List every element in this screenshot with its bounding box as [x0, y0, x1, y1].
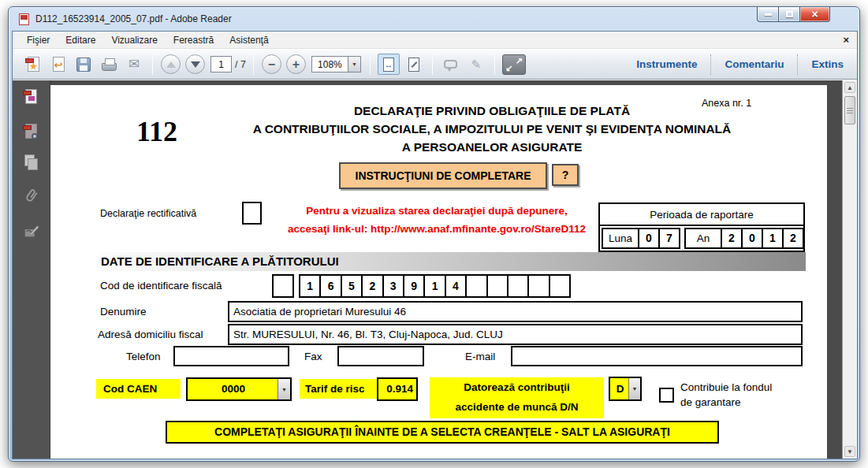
expand-ne-icon: ↗ [516, 56, 523, 66]
month-digit-cell[interactable]: 7 [658, 229, 679, 247]
month-label: Luna [603, 229, 638, 247]
toolbar-separator [370, 54, 371, 75]
zoom-level-select[interactable]: 108% ▼ [311, 56, 361, 72]
menu-bar: Fişier Editare Vizualizare Fereastră Asi… [13, 32, 857, 49]
window-body: Fişier Editare Vizualizare Fereastră Asi… [12, 31, 858, 459]
maximize-button[interactable] [779, 7, 800, 22]
cif-digit-cell[interactable]: 1 [423, 276, 444, 296]
year-digit-cell[interactable]: 0 [741, 229, 762, 247]
datoreaza-value: D [610, 378, 630, 399]
scroll-down-button[interactable]: ▼ [844, 446, 855, 457]
document-background: Anexa nr. 1 112 DECLARAŢIE PRIVIND OBLIG… [50, 80, 857, 459]
vertical-scrollbar[interactable]: ▲ ▼ [842, 80, 857, 459]
instructions-button[interactable]: INSTRUCŢIUNI DE COMPLETARE [339, 162, 547, 189]
search-document-button[interactable] [23, 123, 40, 140]
datoreaza-select[interactable]: D ▼ [609, 377, 642, 401]
cif-digit-cell[interactable]: 6 [319, 276, 340, 296]
menubar-close-icon[interactable]: × [843, 32, 849, 49]
adresa-field[interactable]: Str. MURESULUI, Nr. 46, Bl. T3, Cluj-Nap… [228, 324, 803, 345]
cif-digit-cell[interactable]: 4 [445, 276, 465, 296]
toolbar-separator [432, 54, 433, 75]
chevron-down-icon[interactable]: ▼ [278, 379, 290, 399]
comment-panel-button[interactable]: Comentariu [711, 58, 797, 70]
cif-digit-cell[interactable] [486, 276, 507, 296]
cif-digit-cell[interactable] [465, 276, 486, 296]
cif-digit-cell[interactable]: 9 [403, 276, 423, 296]
caen-select[interactable]: 0000 ▼ [186, 377, 292, 401]
form-title-line2: A CONTRIBUŢIILOR SOCIALE, A IMPOZITULUI … [184, 120, 799, 138]
email-field[interactable] [511, 346, 803, 366]
tarif-field[interactable]: 0.914 [377, 377, 418, 401]
telefon-field[interactable] [173, 346, 289, 366]
fax-field[interactable] [337, 346, 424, 366]
form-title-line3: A PERSOANELOR ASIGURATE [184, 138, 799, 156]
extended-panel-button[interactable]: Extins [798, 58, 857, 70]
maximize-icon [786, 11, 793, 17]
year-digit-cell[interactable]: 2 [782, 229, 803, 247]
email-button[interactable]: ✉ [123, 54, 145, 76]
open-file-button[interactable]: ↩ [47, 54, 69, 76]
signatures-panel-button[interactable] [23, 222, 40, 240]
save-button[interactable] [73, 54, 95, 76]
tools-panel-button[interactable]: Instrumente [623, 58, 710, 70]
chevron-down-icon[interactable]: ▼ [348, 56, 361, 72]
cif-digit-cell[interactable]: 3 [382, 276, 403, 296]
cif-digit-cell[interactable]: 2 [361, 276, 382, 296]
cif-digit-cell[interactable]: 1 [300, 276, 319, 296]
sign-button[interactable]: ✎ [465, 54, 487, 76]
month-digit-cell[interactable]: 0 [638, 229, 658, 247]
scroll-up-button[interactable]: ▲ [844, 82, 855, 93]
menu-vizualizare[interactable]: Vizualizare [103, 32, 165, 49]
garantare-line2: de garantare [680, 395, 807, 410]
pages-panel-button[interactable] [23, 154, 40, 172]
fit-width-button[interactable]: ↔ [378, 54, 400, 75]
scrollbar-thumb[interactable] [844, 96, 855, 124]
toolbar-separator [494, 54, 495, 75]
menu-asistenta[interactable]: Asistenţă [222, 32, 276, 49]
previous-page-button[interactable] [161, 54, 181, 74]
status-notice: Pentru a vizualiza starea declaraţiei du… [248, 202, 626, 238]
adobe-reader-window: D112_16523914_2005_07.pdf - Adobe Reader… [8, 6, 860, 462]
cif-digit-cell[interactable] [507, 276, 527, 296]
zoom-in-button[interactable]: + [286, 54, 306, 74]
page-thumbnails-button[interactable] [23, 88, 40, 106]
comment-bubble-icon [444, 60, 457, 69]
year-digit-cell[interactable]: 1 [762, 229, 782, 247]
zoom-out-button[interactable]: − [262, 54, 281, 74]
menu-editare[interactable]: Editare [58, 32, 103, 49]
menu-fereastra[interactable]: Fereastră [166, 32, 222, 49]
menu-fisier[interactable]: Fişier [19, 32, 58, 49]
status-notice-line1: Pentru a vizualiza starea declaraţiei du… [248, 202, 626, 220]
denumire-field[interactable]: Asociatia de proprietari Muresului 46 [228, 301, 803, 322]
garantare-checkbox[interactable] [659, 388, 674, 403]
close-button[interactable]: × [800, 7, 830, 22]
cif-prefix-box[interactable] [272, 274, 294, 298]
attachments-panel-button[interactable] [23, 186, 40, 203]
cif-digit-cell[interactable] [527, 276, 548, 296]
cif-digit-cell[interactable] [549, 276, 569, 296]
fit-page-button[interactable] [403, 54, 425, 75]
titlebar[interactable]: D112_16523914_2005_07.pdf - Adobe Reader… [9, 7, 859, 31]
fax-label: Fax [304, 351, 322, 362]
minimize-button[interactable] [757, 7, 779, 22]
chevron-down-icon[interactable]: ▼ [628, 378, 640, 399]
save-icon [76, 58, 91, 72]
toolbar-panels: Instrumente Comentariu Extins [623, 50, 857, 79]
help-button[interactable]: ? [552, 164, 579, 186]
cif-digit-cell[interactable]: 5 [341, 276, 361, 296]
comment-button[interactable] [440, 54, 462, 76]
create-pdf-button[interactable]: ★ [22, 54, 44, 76]
next-page-button[interactable] [185, 54, 205, 74]
close-icon: × [811, 9, 818, 20]
year-digit-cell[interactable]: 2 [721, 229, 741, 247]
period-header: Perioada de raportare [600, 204, 803, 226]
print-button[interactable] [98, 54, 120, 76]
page-number-input[interactable] [210, 56, 232, 72]
reading-mode-button[interactable]: ↗ ↙ [502, 54, 526, 75]
undo-arrow-icon: ↩ [54, 59, 63, 71]
salt-asigurati-banner[interactable]: COMPLETAŢI ASIGURAŢII ÎNAINTE DE A SELEC… [166, 421, 719, 444]
toolbar: ★ ↩ ✉ / 7 − [13, 50, 857, 80]
arrow-down-icon [191, 61, 200, 68]
cif-digit-grid: 1 6 5 2 3 9 1 4 [299, 274, 571, 298]
toolbar-separator [253, 54, 254, 75]
